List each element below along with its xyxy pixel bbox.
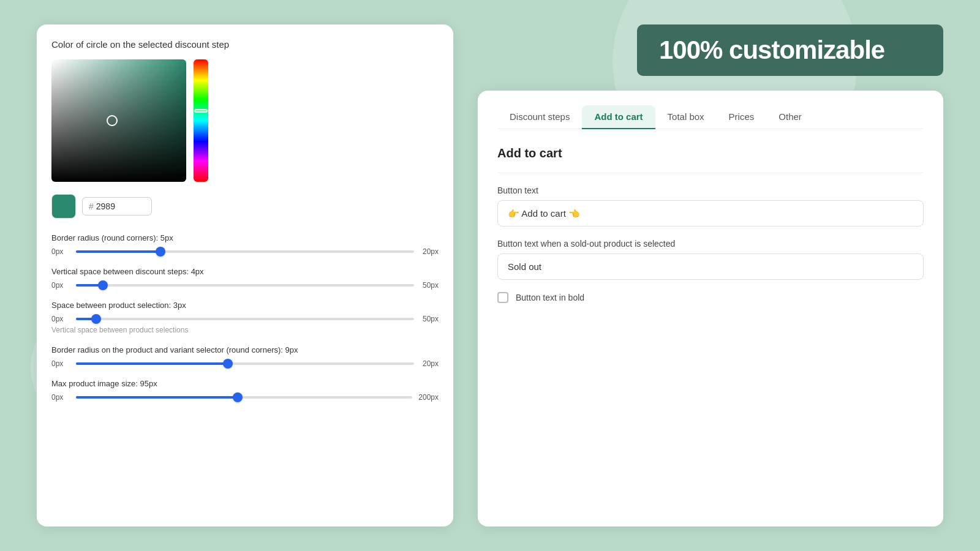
divider bbox=[497, 173, 924, 173]
slider-min-4: 0px bbox=[51, 393, 70, 402]
slider-min-2: 0px bbox=[51, 315, 70, 323]
hex-input-wrap: # bbox=[82, 197, 152, 216]
slider-row-4: 0px 200px bbox=[51, 393, 439, 402]
color-swatch[interactable] bbox=[51, 194, 76, 219]
slider-max-4: 200px bbox=[418, 393, 439, 402]
slider-track-2[interactable] bbox=[76, 318, 414, 320]
right-panel: 100% customizable Discount stepsAdd to c… bbox=[478, 24, 943, 527]
slider-thumb-0[interactable] bbox=[156, 247, 165, 257]
slider-max-2: 50px bbox=[420, 315, 439, 323]
color-gradient-thumb[interactable] bbox=[107, 115, 118, 126]
slider-label-2: Space between product selection: 3px bbox=[51, 301, 439, 310]
sold-out-label: Button text when a sold-out product is s… bbox=[497, 239, 924, 249]
slider-label-0: Border radius (round corners): 5px bbox=[51, 233, 439, 242]
slider-thumb-4[interactable] bbox=[233, 392, 243, 402]
slider-track-4[interactable] bbox=[76, 396, 412, 399]
slider-section-3: Border radius on the product and variant… bbox=[51, 345, 439, 368]
slider-thumb-3[interactable] bbox=[223, 359, 233, 369]
slider-track-1[interactable] bbox=[76, 284, 414, 287]
slider-row-0: 0px 20px bbox=[51, 247, 439, 256]
bold-checkbox-row: Button text in bold bbox=[497, 292, 924, 303]
slider-fill-4 bbox=[76, 396, 238, 399]
slider-section-0: Border radius (round corners): 5px 0px 2… bbox=[51, 233, 439, 256]
bold-checkbox[interactable] bbox=[497, 292, 508, 303]
color-hue-bar[interactable] bbox=[194, 59, 208, 182]
panel-title: Color of circle on the selected discount… bbox=[51, 39, 439, 50]
slider-max-0: 20px bbox=[420, 247, 439, 256]
color-picker-area bbox=[51, 59, 439, 182]
left-panel: Color of circle on the selected discount… bbox=[37, 24, 453, 527]
slider-fill-0 bbox=[76, 250, 160, 253]
slider-min-1: 0px bbox=[51, 281, 70, 290]
settings-card: Discount stepsAdd to cartTotal boxPrices… bbox=[478, 91, 943, 527]
main-container: Color of circle on the selected discount… bbox=[0, 0, 980, 551]
slider-label-4: Max product image size: 95px bbox=[51, 379, 439, 388]
slider-min-3: 0px bbox=[51, 359, 70, 368]
slider-track-3[interactable] bbox=[76, 362, 414, 365]
button-text-input[interactable] bbox=[497, 200, 924, 227]
slider-section-2: Space between product selection: 3px 0px… bbox=[51, 301, 439, 334]
slider-track-0[interactable] bbox=[76, 250, 414, 253]
tab-prices[interactable]: Prices bbox=[717, 105, 767, 129]
tab-other[interactable]: Other bbox=[766, 105, 814, 129]
tabs-row: Discount stepsAdd to cartTotal boxPrices… bbox=[497, 105, 924, 129]
slider-thumb-1[interactable] bbox=[98, 280, 108, 290]
tab-discount-steps[interactable]: Discount steps bbox=[497, 105, 582, 129]
slider-row-3: 0px 20px bbox=[51, 359, 439, 368]
color-gradient-picker[interactable] bbox=[51, 59, 186, 182]
hero-text: 100% customizable bbox=[659, 36, 884, 64]
bold-checkbox-label: Button text in bold bbox=[516, 293, 584, 302]
hex-input[interactable] bbox=[96, 201, 145, 211]
hero-banner: 100% customizable bbox=[637, 24, 943, 76]
section-heading: Add to cart bbox=[497, 146, 924, 160]
slider-section-4: Max product image size: 95px 0px 200px bbox=[51, 379, 439, 402]
button-text-label: Button text bbox=[497, 186, 924, 195]
slider-thumb-2[interactable] bbox=[91, 314, 101, 324]
sliders-container: Border radius (round corners): 5px 0px 2… bbox=[51, 233, 439, 402]
slider-fill-3 bbox=[76, 362, 228, 365]
sold-out-input[interactable] bbox=[497, 253, 924, 280]
slider-label-3: Border radius on the product and variant… bbox=[51, 345, 439, 354]
color-hex-row: # bbox=[51, 194, 439, 219]
slider-max-3: 20px bbox=[420, 359, 439, 368]
slider-hint-2: Vertical space between product selection… bbox=[51, 326, 439, 334]
color-hue-thumb[interactable] bbox=[194, 109, 208, 113]
slider-section-1: Vertical space between discount steps: 4… bbox=[51, 267, 439, 290]
slider-row-2: 0px 50px bbox=[51, 315, 439, 323]
tab-add-to-cart[interactable]: Add to cart bbox=[582, 105, 655, 129]
tab-total-box[interactable]: Total box bbox=[655, 105, 717, 129]
slider-row-1: 0px 50px bbox=[51, 281, 439, 290]
slider-label-1: Vertical space between discount steps: 4… bbox=[51, 267, 439, 276]
hex-hash: # bbox=[89, 201, 94, 211]
slider-max-1: 50px bbox=[420, 281, 439, 290]
slider-min-0: 0px bbox=[51, 247, 70, 256]
